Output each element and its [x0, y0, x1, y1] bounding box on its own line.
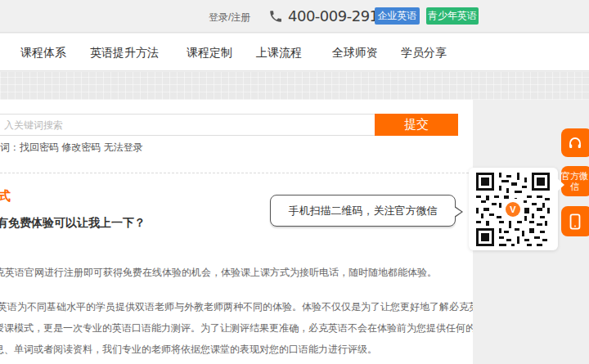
- paragraph-line: 英语为不同基础水平的学员提供双语老师与外教老师两种不同的体验。体验不仅仅是为了让…: [0, 300, 473, 313]
- nav-item-student-share[interactable]: 学员分享: [401, 46, 447, 61]
- phone-icon: [268, 9, 283, 24]
- nav-item-class-process[interactable]: 上课流程: [256, 46, 302, 61]
- dashed-divider: [0, 173, 473, 173]
- paragraph-line: 息、单词或者阅读资料，我们专业的老师将依据您课堂的表现对您的口语能力进行评级。: [0, 343, 377, 356]
- qr-center-logo: V: [502, 199, 524, 220]
- qr-tooltip-text: 手机扫描二维码，关注官方微信: [289, 204, 438, 218]
- sidebar-mobile-button[interactable]: [561, 206, 589, 236]
- top-bar: 登录/注册 400-009-2911 企业英语 青少年英语: [0, 0, 589, 33]
- nav-item-course-system[interactable]: 课程体系: [20, 46, 66, 61]
- search-submit-button[interactable]: 提交: [375, 114, 458, 136]
- page: 登录/注册 400-009-2911 企业英语 青少年英语 课程体系 英语提升方…: [0, 0, 589, 364]
- hotline-number: 400-009-2911: [288, 7, 388, 25]
- section-title: 式: [0, 188, 11, 205]
- faq-question: 有免费体验可以让我上一下？: [0, 216, 146, 231]
- sidebar-wechat-label: 官方微信: [561, 171, 588, 192]
- nav-item-improve-methods[interactable]: 英语提升方法: [90, 46, 159, 61]
- paragraph-line: 克英语官网进行注册即可获得免费在线体验的机会，体验课上课方式为接听电话，随时随地…: [0, 266, 437, 279]
- search-input[interactable]: [0, 114, 376, 136]
- headphones-icon: [568, 136, 582, 151]
- teen-english-button[interactable]: 青少年英语: [426, 7, 479, 25]
- wechat-qr-popup: V: [469, 168, 558, 250]
- sidebar-wechat-button[interactable]: 官方微信: [561, 166, 589, 196]
- main-nav: 课程体系 英语提升方法 课程定制 上课流程 全球师资 学员分享: [0, 34, 589, 71]
- nav-item-course-custom[interactable]: 课程定制: [187, 46, 232, 61]
- qr-tooltip-bubble: 手机扫描二维码，关注官方微信: [270, 195, 456, 227]
- corporate-english-button[interactable]: 企业英语: [375, 7, 420, 25]
- login-register-link[interactable]: 登录/注册: [209, 11, 250, 25]
- hot-keywords-links[interactable]: 词：找回密码 修改密码 无法登录: [0, 141, 143, 155]
- nav-item-global-teachers[interactable]: 全球师资: [332, 46, 378, 61]
- textured-band: [0, 72, 589, 100]
- mobile-phone-icon: [569, 213, 582, 230]
- paragraph-line: 授课模式，更是一次专业的英语口语能力测评。为了让测评结果更准确，必克英语不会在体…: [0, 321, 473, 335]
- sidebar-audio-button[interactable]: [561, 128, 589, 157]
- main-panel: 提交 词：找回密码 修改密码 无法登录 式 有免费体验可以让我上一下？ 克英语官…: [0, 100, 473, 364]
